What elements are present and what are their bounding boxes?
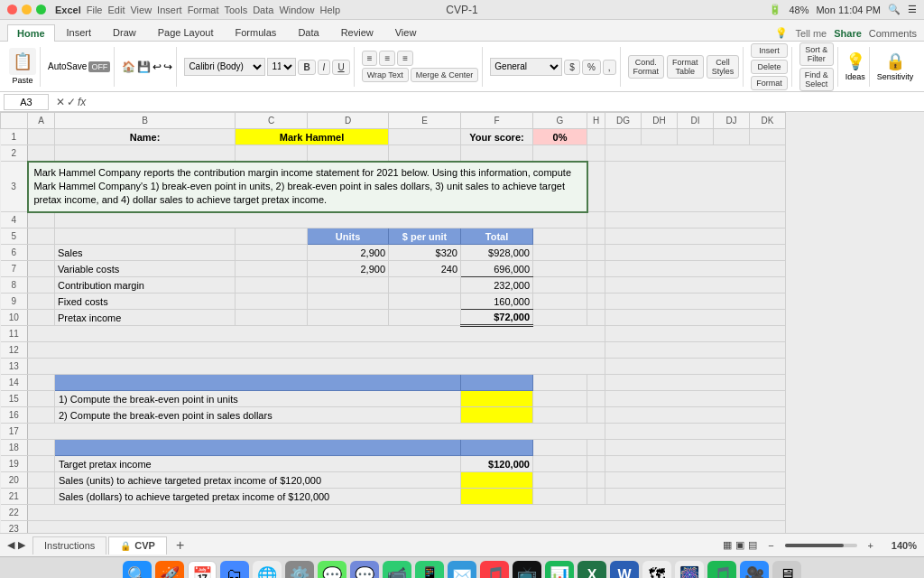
redo-icon[interactable]: ↪ xyxy=(163,61,172,73)
tab-insert[interactable]: Insert xyxy=(57,23,102,41)
cell-dg-dk-20[interactable] xyxy=(605,472,786,489)
menu-format[interactable]: Format xyxy=(188,5,219,15)
conditional-format-button[interactable]: Cond.Format xyxy=(628,55,665,79)
cell-h5[interactable] xyxy=(587,228,605,245)
cell-row11[interactable] xyxy=(28,326,605,342)
cell-row12[interactable] xyxy=(28,342,605,359)
cell-h9[interactable] xyxy=(587,294,605,310)
ideas-label[interactable]: Ideas xyxy=(845,72,865,81)
cell-h3[interactable] xyxy=(587,162,605,212)
cell-d5-units-header[interactable]: Units xyxy=(308,228,389,245)
format-button[interactable]: Format xyxy=(751,76,788,90)
tab-data[interactable]: Data xyxy=(288,23,328,41)
cell-a2[interactable] xyxy=(28,145,55,162)
cell-h21[interactable] xyxy=(587,489,605,505)
cell-styles-button[interactable]: CellStyles xyxy=(707,55,740,79)
font-size-select[interactable]: 11 xyxy=(267,58,296,76)
cell-e1[interactable] xyxy=(389,129,461,145)
dock-discord[interactable]: 💬 xyxy=(350,561,379,579)
cell-c8[interactable] xyxy=(236,277,308,294)
cell-g1-score[interactable]: 0% xyxy=(533,129,587,145)
find-select-button[interactable]: Find &Select xyxy=(799,68,834,91)
cell-f7[interactable]: 696,000 xyxy=(461,261,533,277)
sheet-tab-cvp[interactable]: 🔒 CVP xyxy=(108,536,167,555)
save-icon[interactable]: 💾 xyxy=(137,61,151,73)
cell-h6[interactable] xyxy=(587,245,605,261)
sort-filter-button[interactable]: Sort &Filter xyxy=(799,42,834,66)
menu-data[interactable]: Data xyxy=(253,5,273,15)
cell-d7[interactable]: 2,900 xyxy=(308,261,389,277)
cell-a16[interactable] xyxy=(28,407,55,424)
formula-input[interactable] xyxy=(93,94,920,110)
cell-b1[interactable]: Name: xyxy=(55,129,236,145)
cell-g7[interactable] xyxy=(533,261,587,277)
cell-h10[interactable] xyxy=(587,310,605,326)
cell-a20[interactable] xyxy=(28,472,55,489)
cell-a9[interactable] xyxy=(28,294,55,310)
cell-a6[interactable] xyxy=(28,245,55,261)
undo-icon[interactable]: ↩ xyxy=(152,61,162,73)
cell-a1[interactable] xyxy=(28,129,55,145)
cell-b4[interactable] xyxy=(55,212,587,228)
bold-button[interactable]: B xyxy=(298,60,315,75)
cell-row22[interactable] xyxy=(28,505,786,521)
cell-g15[interactable] xyxy=(533,391,587,407)
underline-button[interactable]: U xyxy=(332,60,349,75)
cell-row13[interactable] xyxy=(28,359,605,375)
align-left-button[interactable]: ≡ xyxy=(362,51,378,66)
cell-c9[interactable] xyxy=(236,294,308,310)
cell-dg-dk-12[interactable] xyxy=(605,342,786,359)
cell-e5-perunit-header[interactable]: $ per unit xyxy=(389,228,461,245)
cell-g2[interactable] xyxy=(533,145,587,162)
cell-g21[interactable] xyxy=(533,489,587,505)
align-right-button[interactable]: ≡ xyxy=(397,51,413,66)
dock-messages[interactable]: 💬 xyxy=(318,561,346,579)
cell-d9[interactable] xyxy=(308,294,389,310)
dock-excel[interactable]: X xyxy=(578,561,606,579)
format-table-button[interactable]: FormatTable xyxy=(667,55,704,79)
cell-f16-answer[interactable] xyxy=(461,407,533,424)
cell-f19-target[interactable]: $120,000 xyxy=(461,456,533,472)
comments-button[interactable]: Comments xyxy=(869,28,917,39)
dock-finder2[interactable]: 🗂 xyxy=(220,561,249,579)
cell-dk1[interactable] xyxy=(750,129,786,145)
cell-dg-dk-4[interactable] xyxy=(605,212,786,228)
view-normal-icon[interactable]: ▦ xyxy=(723,539,732,551)
cell-dg-dk-6[interactable] xyxy=(605,245,786,261)
cell-di1[interactable] xyxy=(678,129,714,145)
cell-a4[interactable] xyxy=(28,212,55,228)
dock-phone[interactable]: 📱 xyxy=(415,561,444,579)
zoom-out-button[interactable]: − xyxy=(768,540,773,551)
confirm-formula-icon[interactable]: ✓ xyxy=(67,96,76,108)
paste-button[interactable]: 📋 xyxy=(9,48,36,75)
autosave-state[interactable]: OFF xyxy=(88,61,110,72)
cell-g14[interactable] xyxy=(533,375,587,391)
cell-h20[interactable] xyxy=(587,472,605,489)
dock-photos[interactable]: 🎆 xyxy=(675,561,704,579)
prev-sheet-icon[interactable]: ◀ xyxy=(7,539,14,551)
cell-g10[interactable] xyxy=(533,310,587,326)
number-format-select[interactable]: General xyxy=(490,58,562,76)
cell-c7[interactable] xyxy=(236,261,308,277)
align-center-button[interactable]: ≡ xyxy=(379,51,395,66)
dock-numbers[interactable]: 📊 xyxy=(545,561,574,579)
cell-h19[interactable] xyxy=(587,456,605,472)
cell-b15[interactable]: 1) Compute the break-even point in units xyxy=(55,391,461,407)
cell-a7[interactable] xyxy=(28,261,55,277)
comma-button[interactable]: , xyxy=(603,60,616,75)
insert-function-icon[interactable]: fx xyxy=(78,96,86,108)
view-layout-icon[interactable]: ▣ xyxy=(735,539,744,551)
share-button[interactable]: Share xyxy=(834,28,862,39)
cell-dg-dk-14[interactable] xyxy=(605,375,786,391)
merge-center-button[interactable]: Merge & Center xyxy=(411,68,479,82)
cell-dg-dk-18[interactable] xyxy=(605,440,786,456)
cell-b7[interactable]: Variable costs xyxy=(55,261,236,277)
wrap-text-button[interactable]: Wrap Text xyxy=(362,68,409,82)
cell-d10[interactable] xyxy=(308,310,389,326)
cell-g5[interactable] xyxy=(533,228,587,245)
cell-h18[interactable] xyxy=(587,440,605,456)
cell-g16[interactable] xyxy=(533,407,587,424)
menu-insert[interactable]: Insert xyxy=(157,5,182,15)
cell-dg-dk-11[interactable] xyxy=(605,326,786,342)
cell-h4[interactable] xyxy=(587,212,605,228)
